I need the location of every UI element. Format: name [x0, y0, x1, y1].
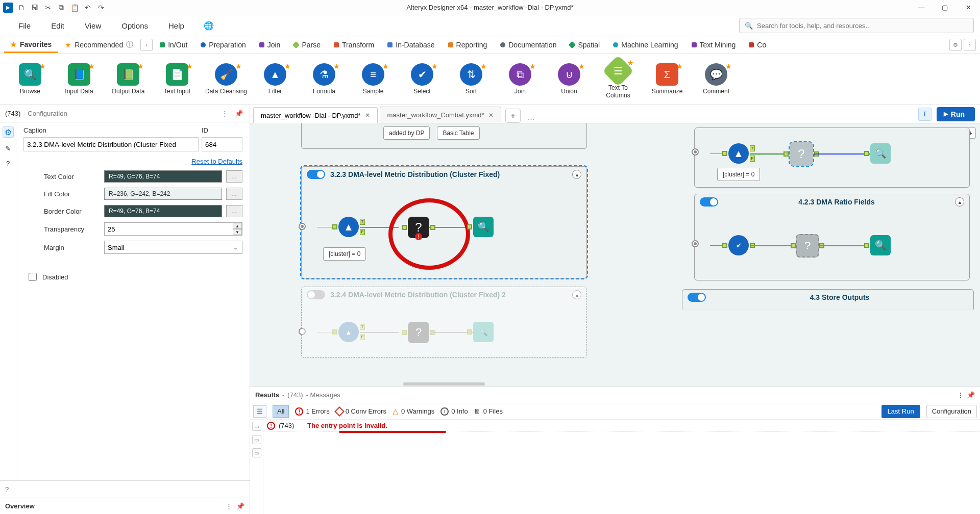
tool-text-to-columns[interactable]: ★☰Text To Columns: [596, 60, 640, 99]
results-list-view-icon[interactable]: ☰: [253, 405, 266, 418]
tool-output-data[interactable]: ★📗Output Data: [106, 63, 150, 95]
close-tab-icon[interactable]: ✕: [365, 112, 370, 119]
ribbon-scroll-right[interactable]: ›: [964, 39, 976, 51]
results-configuration-button[interactable]: Configuration: [926, 405, 977, 418]
ribbon-tab-spatial[interactable]: Spatial: [564, 38, 606, 52]
undo-icon[interactable]: ↶: [83, 3, 93, 13]
ribbon-tab-ml[interactable]: Machine Learning: [607, 38, 684, 52]
ribbon-tab-inout[interactable]: In/Out: [154, 38, 193, 52]
browse-node-disabled[interactable]: 🔍: [473, 322, 494, 342]
close-button[interactable]: ✕: [957, 0, 980, 15]
redo-icon[interactable]: ↷: [96, 3, 106, 13]
text-color-picker-button[interactable]: …: [226, 170, 242, 183]
container-enable-toggle[interactable]: [307, 170, 325, 179]
node-output-anchor[interactable]: [430, 225, 435, 230]
missing-tool-node-disabled[interactable]: ?: [408, 322, 429, 343]
ribbon-tab-preparation[interactable]: Preparation: [194, 38, 252, 52]
node-input-anchor[interactable]: [332, 224, 337, 229]
panel-pin-icon[interactable]: 📌: [967, 391, 975, 399]
node-input-anchor[interactable]: [791, 243, 796, 248]
tool-sample[interactable]: ★≡Sample: [351, 63, 395, 95]
panel-pin-icon[interactable]: 📌: [233, 108, 244, 119]
node-input-anchor[interactable]: [467, 224, 472, 229]
tool-sort[interactable]: ★⇅Sort: [449, 63, 493, 95]
panel-menu-icon[interactable]: ⋮: [957, 391, 964, 399]
result-row[interactable]: ! (743) The entry point is invalid.: [263, 420, 980, 432]
tool-union[interactable]: ★⊍Union: [547, 63, 591, 95]
tool-browse[interactable]: ★🔍Browse: [8, 63, 52, 95]
browse-node[interactable]: 🔍: [870, 235, 891, 255]
panel-menu-icon[interactable]: ⋮: [219, 108, 230, 119]
cut-icon[interactable]: ✂: [43, 3, 53, 13]
fill-color-swatch[interactable]: R=236, G=242, B=242: [104, 188, 222, 200]
container-collapse-icon[interactable]: ▴: [955, 197, 964, 207]
tool-join[interactable]: ★⧉Join: [498, 63, 542, 95]
workflow-text-icon[interactable]: T: [918, 108, 932, 121]
config-tab-help-icon[interactable]: ?: [6, 160, 10, 167]
ribbon-tab-documentation[interactable]: Documentation: [494, 38, 562, 52]
reset-to-defaults-link[interactable]: Reset to Defaults: [191, 158, 242, 165]
ribbon-tab-indatabase[interactable]: In-Database: [381, 38, 440, 52]
canvas-container-4-2-3[interactable]: 4.2.3 DMA Ratio Fields ▴ ✔ ?: [694, 194, 970, 280]
ribbon-tab-favorites[interactable]: ★ Favorites: [4, 37, 58, 53]
formula-node-disabled[interactable]: ▲ T F: [338, 322, 359, 342]
node-input-anchor[interactable]: [332, 329, 337, 335]
document-tab[interactable]: master_workflow -Dial - DP.yxmd* ✕: [253, 107, 378, 123]
id-input[interactable]: [202, 137, 242, 151]
container-enable-toggle[interactable]: [688, 293, 706, 302]
menu-options[interactable]: Options: [112, 18, 157, 33]
canvas-container-r1[interactable]: ▲ T F ? 🔍: [694, 127, 970, 188]
language-globe-icon[interactable]: 🌐: [204, 21, 214, 31]
close-tab-icon[interactable]: ✕: [488, 112, 494, 119]
results-filter-all-button[interactable]: All: [273, 405, 289, 418]
ribbon-tab-reporting[interactable]: Reporting: [442, 38, 494, 52]
minimize-button[interactable]: —: [910, 0, 933, 15]
node-input-anchor[interactable]: [864, 243, 869, 248]
fill-color-picker-button[interactable]: …: [226, 188, 242, 200]
results-filter-files[interactable]: 🗎 0 Files: [474, 407, 503, 415]
select-node[interactable]: ✔: [728, 235, 749, 255]
border-color-picker-button[interactable]: …: [226, 205, 242, 217]
menu-edit[interactable]: Edit: [42, 18, 74, 33]
results-filter-conv-errors[interactable]: 0 Conv Errors: [336, 407, 386, 415]
save-icon[interactable]: 🖫: [30, 3, 40, 13]
menu-help[interactable]: Help: [159, 18, 193, 33]
formula-node[interactable]: ▲ T F: [338, 217, 359, 237]
menu-file[interactable]: File: [9, 18, 40, 33]
browse-node[interactable]: 🔍: [870, 143, 891, 164]
text-color-swatch[interactable]: R=49, G=76, B=74: [104, 170, 222, 183]
config-tab-settings-icon[interactable]: ⚙: [3, 126, 14, 138]
panel-pin-icon[interactable]: 📌: [236, 502, 244, 510]
tool-comment[interactable]: ★💬Comment: [694, 63, 738, 95]
border-color-swatch[interactable]: R=49, G=76, B=74: [104, 205, 222, 217]
splitter-handle[interactable]: [403, 382, 485, 386]
tool-formula[interactable]: ★⚗Formula: [302, 63, 346, 95]
document-tab[interactable]: master_workflow_Combat.yxmd* ✕: [380, 107, 501, 123]
last-run-button[interactable]: Last Run: [881, 405, 920, 418]
tab-overflow-icon[interactable]: ⋯: [524, 115, 539, 123]
copy-icon[interactable]: ⧉: [56, 3, 66, 13]
ribbon-scroll-left[interactable]: ‹: [140, 39, 153, 51]
node-input-anchor[interactable]: [402, 330, 407, 335]
menu-view[interactable]: View: [76, 18, 110, 33]
formula-node[interactable]: ▲ T F: [728, 143, 749, 164]
node-input-anchor[interactable]: [402, 225, 407, 230]
caption-input[interactable]: [23, 137, 199, 151]
ribbon-tab-parse[interactable]: Parse: [287, 38, 327, 52]
ribbon-settings-icon[interactable]: ⚙: [949, 39, 962, 51]
ribbon-tab-recommended[interactable]: ★ Recommended ⓘ: [59, 37, 139, 53]
margin-select[interactable]: [104, 241, 242, 254]
new-file-icon[interactable]: 🗋: [16, 3, 27, 13]
panel-menu-icon[interactable]: ⋮: [226, 502, 232, 510]
canvas-container-3-2-4-disabled[interactable]: 3.2.4 DMA-level Metric Distribution (Clu…: [301, 287, 587, 358]
workflow-canvas[interactable]: added by DP Basic Table 3.2.3 DMA-level …: [250, 123, 980, 387]
results-tab-2-icon[interactable]: ▭: [252, 435, 261, 444]
canvas-container-3-2-3[interactable]: 3.2.3 DMA-level Metric Distribution (Clu…: [301, 166, 587, 278]
container-enable-toggle[interactable]: [700, 197, 718, 207]
tool-summarize[interactable]: ★ΣSummarize: [645, 63, 689, 95]
paste-icon[interactable]: 📋: [69, 3, 80, 13]
canvas-container-4-3-header[interactable]: 4.3 Store Outputs: [682, 289, 974, 310]
transparency-input[interactable]: [104, 222, 242, 236]
ribbon-tab-join[interactable]: Join: [253, 38, 287, 52]
add-document-tab-button[interactable]: ＋: [505, 109, 521, 123]
